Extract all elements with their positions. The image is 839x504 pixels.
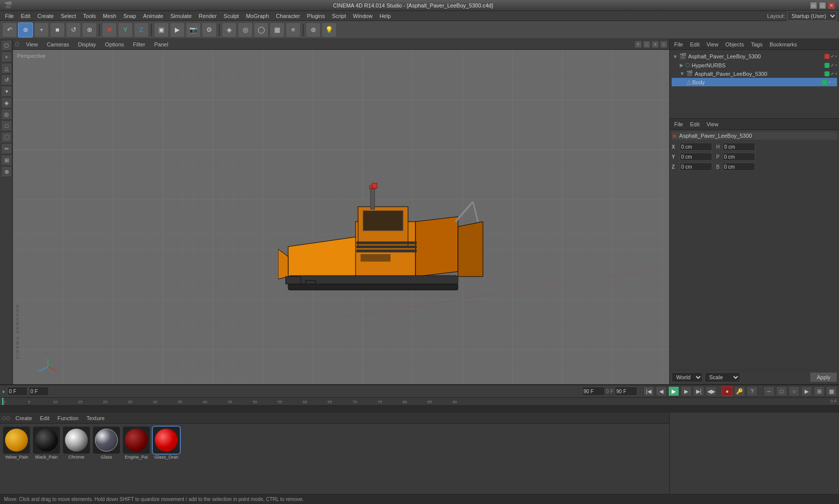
tl-panel-button[interactable]: ▦ xyxy=(826,386,837,396)
mat-menu-edit[interactable]: Edit xyxy=(37,414,52,422)
lt-lasso-button[interactable]: 〇 xyxy=(1,132,12,143)
layout-select[interactable]: Startup (User) xyxy=(787,11,837,21)
tl-current-frame[interactable] xyxy=(29,387,49,396)
tl-play2-button[interactable]: ▶ xyxy=(801,386,812,396)
menu-help[interactable]: Help xyxy=(377,12,394,20)
menu-select[interactable]: Select xyxy=(58,12,79,20)
lt-rect-select-button[interactable]: □ xyxy=(1,120,12,131)
tl-help-button[interactable]: ? xyxy=(747,386,758,396)
tl-record-button[interactable]: ● xyxy=(722,386,733,396)
tag-button[interactable]: ▦ xyxy=(270,22,285,37)
attr-menu-file[interactable]: File xyxy=(672,120,686,128)
move-tool-button[interactable]: ⊕ xyxy=(18,22,33,37)
menu-sculpt[interactable]: Sculpt xyxy=(221,12,242,20)
tl-end-frame-1[interactable] xyxy=(582,387,605,396)
rotate-button[interactable]: ↺ xyxy=(66,22,81,37)
menu-animate[interactable]: Animate xyxy=(140,12,166,20)
tree-item-hypernurbs[interactable]: ▶ ⬡ HyperNURBS ✓ • xyxy=(672,61,837,69)
close-button[interactable]: ✕ xyxy=(828,2,835,9)
material-button[interactable]: ◯ xyxy=(254,22,269,37)
om-menu-edit[interactable]: Edit xyxy=(688,40,702,48)
new-object-button[interactable]: + xyxy=(34,22,49,37)
world-select[interactable]: World Object xyxy=(672,372,703,382)
tl-auto-key-button[interactable]: 🔑 xyxy=(734,386,745,396)
tl-circle-button[interactable]: ○ xyxy=(789,386,800,396)
lt-select-button[interactable]: ⬡ xyxy=(1,40,12,51)
lt-rotate-button[interactable]: ↺ xyxy=(1,74,12,85)
tl-motion-button[interactable]: ↔ xyxy=(764,386,775,396)
menu-plugins[interactable]: Plugins xyxy=(304,12,328,20)
menu-simulate[interactable]: Simulate xyxy=(167,12,195,20)
vp-icon-close[interactable]: × xyxy=(652,41,659,48)
menu-character[interactable]: Character xyxy=(273,12,303,20)
tl-scene-button[interactable]: □ xyxy=(776,386,787,396)
mat-swatch-black-paint[interactable]: Black_Pain xyxy=(33,427,60,460)
attr-b-input[interactable] xyxy=(723,163,755,171)
render-to-po-button[interactable]: 📷 xyxy=(186,22,201,37)
x-move-button[interactable]: ✕ xyxy=(102,22,117,37)
tree-item-body[interactable]: △ Body ✓ • • xyxy=(672,78,837,86)
tl-pingpong-button[interactable]: ◀▶ xyxy=(706,386,717,396)
vp-menu-options[interactable]: Options xyxy=(102,40,126,48)
render-settings-button[interactable]: ⚙ xyxy=(202,22,217,37)
lt-live-select-button[interactable]: ◎ xyxy=(1,109,12,120)
om-menu-file[interactable]: File xyxy=(672,40,686,48)
vp-icon-plus[interactable]: + xyxy=(635,41,642,48)
tl-playhead[interactable] xyxy=(2,398,3,406)
tl-prev-frame-button[interactable]: ◀ xyxy=(656,386,667,396)
render-button[interactable]: ▶ xyxy=(170,22,185,37)
vp-menu-display[interactable]: Display xyxy=(75,40,98,48)
viewport-3d[interactable]: Perspective xyxy=(13,50,669,384)
tl-end-frame-2[interactable] xyxy=(615,387,637,396)
attr-y-pos-input[interactable] xyxy=(680,153,712,161)
menu-window[interactable]: Window xyxy=(350,12,376,20)
mat-swatch-glass[interactable]: Glass xyxy=(93,427,120,460)
menu-render[interactable]: Render xyxy=(196,12,220,20)
attr-x-pos-input[interactable] xyxy=(680,143,712,151)
minimize-button[interactable]: ─ xyxy=(810,2,817,9)
light-button[interactable]: 💡 xyxy=(322,22,337,37)
tl-grid-button[interactable]: ⊞ xyxy=(814,386,825,396)
attr-h-input[interactable] xyxy=(723,143,755,151)
menu-script[interactable]: Script xyxy=(329,12,349,20)
tree-item-asphalt-nested[interactable]: ▼ 🎬 Asphalt_Paver_LeeBoy_5300 ✓ • xyxy=(672,69,837,78)
om-menu-bookmarks[interactable]: Bookmarks xyxy=(767,40,800,48)
menu-mograph[interactable]: MoGraph xyxy=(243,12,272,20)
render-region-button[interactable]: ▣ xyxy=(154,22,169,37)
om-menu-objects[interactable]: Objects xyxy=(723,40,746,48)
tl-next-frame-button[interactable]: ▶ xyxy=(681,386,692,396)
lt-move-button[interactable]: + xyxy=(1,51,12,62)
mat-swatch-glass-orange[interactable]: Glass_Oran xyxy=(153,427,180,460)
menu-snap[interactable]: Snap xyxy=(120,12,139,20)
stereo-button[interactable]: ⊛ xyxy=(306,22,321,37)
object-button[interactable]: ◈ xyxy=(222,22,237,37)
add-button[interactable]: ⊕ xyxy=(82,22,97,37)
vp-menu-view[interactable]: View xyxy=(23,40,40,48)
menu-tools[interactable]: Tools xyxy=(80,12,99,20)
attr-p-input[interactable] xyxy=(723,153,755,161)
mat-swatch-yellow-paint[interactable]: Yelow_Pain xyxy=(3,427,30,460)
vp-icon-rect[interactable]: □ xyxy=(643,41,650,48)
menu-mesh[interactable]: Mesh xyxy=(100,12,119,20)
menu-create[interactable]: Create xyxy=(34,12,57,20)
tree-item-asphalt-paver-root[interactable]: ▼ 🎬 Asphalt_Paver_LeeBoy_5300 ✓ • xyxy=(672,52,837,61)
vp-icon-circle[interactable]: ○ xyxy=(660,41,667,48)
maximize-button[interactable]: □ xyxy=(819,2,826,9)
tl-go-start-button[interactable]: |◀ xyxy=(643,386,654,396)
lt-paint-button[interactable]: ✏ xyxy=(1,143,12,154)
om-menu-view[interactable]: View xyxy=(704,40,721,48)
scale-select[interactable]: Scale Position Rotation xyxy=(705,372,740,382)
lt-scale-button[interactable]: △ xyxy=(1,63,12,74)
mat-menu-create[interactable]: Create xyxy=(13,414,34,422)
lt-poly-pen-button[interactable]: ◈ xyxy=(1,97,12,108)
layer-button[interactable]: ≡ xyxy=(286,22,301,37)
om-menu-tags[interactable]: Tags xyxy=(749,40,765,48)
y-move-button[interactable]: Y xyxy=(118,22,133,37)
tl-start-frame[interactable] xyxy=(7,387,27,396)
attr-menu-edit[interactable]: Edit xyxy=(688,120,702,128)
menu-edit[interactable]: Edit xyxy=(18,12,33,20)
lt-magnet-button[interactable]: ⊞ xyxy=(1,155,12,166)
tl-go-end-button[interactable]: ▶| xyxy=(693,386,704,396)
lt-snap-button[interactable]: ⊕ xyxy=(1,166,12,177)
attr-menu-view[interactable]: View xyxy=(704,120,721,128)
